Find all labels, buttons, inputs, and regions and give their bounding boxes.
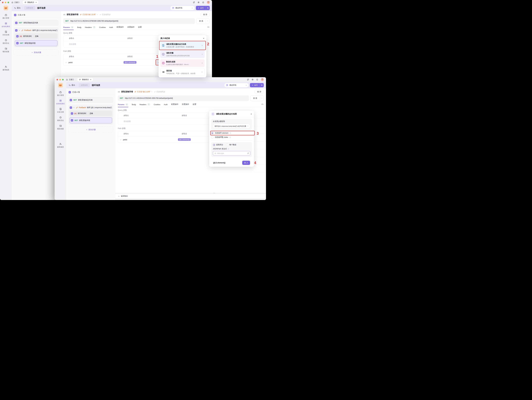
tab-pre-operations[interactable]: 前置操作	[171, 103, 178, 107]
tab-main-window[interactable]: 主窗口	[11, 1, 19, 4]
tab-headers[interactable]: Headers7	[85, 26, 96, 30]
code-view-icon[interactable]	[261, 103, 264, 107]
step-on-error[interactable]: {x} 遇到错误时 忽略	[70, 111, 112, 116]
bell-icon[interactable]	[256, 78, 258, 81]
close-icon[interactable]: ✕	[203, 37, 204, 39]
jsonpath-input[interactable]	[214, 152, 247, 154]
minimize-window-button[interactable]	[5, 2, 6, 3]
radio-extract-part[interactable]	[213, 144, 215, 146]
sidebar-item-request-history[interactable]: 请求历史	[57, 116, 64, 122]
sidebar-item-share-docs[interactable]: 分享文档	[2, 31, 9, 36]
chevron-down-icon[interactable]	[73, 107, 75, 108]
save-button[interactable]: 保 存	[201, 12, 209, 17]
code-view-icon[interactable]	[207, 26, 209, 30]
chevron-down-icon[interactable]	[19, 30, 20, 31]
panel-resize-strip[interactable]: ⋯	[115, 193, 266, 194]
foreach-step-header[interactable]: ForEach 循环 {{$.1.response.body.data[*].i…	[15, 27, 57, 33]
run-options-button[interactable]	[206, 7, 210, 9]
step-checkbox[interactable]	[16, 42, 19, 44]
close-icon[interactable]: ✕	[250, 113, 252, 115]
add-step-button[interactable]: ＋ 添加步骤	[68, 127, 113, 133]
exit-button[interactable]: 退出	[69, 84, 75, 87]
tab-pre-operations[interactable]: 前置操作	[116, 26, 124, 30]
tab-cookies[interactable]: Cookies	[154, 104, 160, 107]
radio-current-index[interactable]	[211, 136, 214, 138]
avatar[interactable]	[207, 1, 210, 4]
tab-pet-store[interactable]: 宠物商店 ✕	[23, 1, 38, 4]
tab-body[interactable]: Body	[132, 104, 136, 107]
step-checkbox[interactable]	[16, 35, 19, 38]
sidebar-item-request-history[interactable]: 请求历史	[2, 39, 9, 44]
radio-whole-data[interactable]	[226, 144, 228, 146]
send-options-button[interactable]	[206, 18, 209, 24]
send-button[interactable]: 发 送	[196, 18, 209, 24]
refresh-icon[interactable]	[247, 78, 249, 81]
sidebar-item-api-management[interactable]: 接口管理	[2, 14, 9, 19]
step-get-pet-detail-selected[interactable]: GET 获取宠物详情	[15, 40, 57, 46]
run-button[interactable]: 运行	[250, 83, 264, 87]
tab-post-operations[interactable]: 后置操作	[182, 103, 189, 107]
save-button[interactable]: 保 存	[255, 89, 264, 94]
zoom-window-button[interactable]	[7, 2, 9, 3]
step-checkbox[interactable]	[70, 106, 72, 109]
param-value-tag[interactable]: {{$.2.element}}	[178, 138, 191, 141]
environment-select[interactable]: 测 测试环境	[171, 6, 195, 10]
sidebar-item-automated-testing[interactable]: 自动化测试	[2, 22, 10, 28]
radio-row-whole-data[interactable]: 整个数据	[226, 144, 236, 146]
run-options-button[interactable]	[260, 84, 264, 86]
step-checkbox[interactable]	[71, 119, 73, 122]
tab-settings[interactable]: 设置	[193, 103, 196, 107]
step-checkbox[interactable]	[15, 22, 18, 24]
tab-body[interactable]: Body	[77, 26, 82, 30]
gear-icon[interactable]	[197, 1, 200, 4]
popup-item-fixed-value[interactable]: 固定值 写死固定值，可进一步数据处理，如加密	[160, 68, 205, 76]
select-all-checkbox[interactable]	[14, 14, 16, 16]
tab-params[interactable]: Params1	[118, 103, 128, 107]
help-icon[interactable]	[229, 136, 231, 138]
step-on-error[interactable]: {x} 遇到错误时 忽略	[15, 33, 57, 39]
tab-auth[interactable]: Auth	[109, 26, 113, 30]
help-icon[interactable]	[228, 148, 229, 150]
drag-handle-icon[interactable]: ⋯	[213, 192, 215, 194]
tab-params[interactable]: Params1	[63, 26, 74, 30]
sidebar-item-invite-members[interactable]: 邀请成员	[57, 143, 64, 148]
close-tab-icon[interactable]: ✕	[90, 79, 91, 81]
step-get-pet-list[interactable]: GET 获取宠物信息列表	[14, 20, 59, 26]
popup-item-read-previous-step[interactable]: 读取前置步骤的运行结果 从前置步骤（如请求/响应）里提取数据 2	[160, 42, 205, 49]
close-window-button[interactable]	[2, 2, 4, 3]
send-button[interactable]: 发 送	[250, 95, 264, 101]
save-all-button[interactable]: 全部保存	[79, 83, 90, 87]
source-select[interactable]: 循环{{$.1.response.body.data[*].id}}中的元素	[213, 124, 250, 129]
sidebar-item-project-settings[interactable]: 项目设置	[57, 125, 64, 130]
tab-post-operations[interactable]: 后置操作	[127, 26, 134, 30]
insert-button[interactable]: 插 入	[242, 161, 250, 165]
url-input[interactable]: GET http://127.0.0.1:4523/m1/3760340-339…	[118, 95, 249, 101]
sidebar-item-api-management[interactable]: 接口管理	[57, 91, 64, 96]
popup-item-data-generator[interactable]: 数据生成器 生成特定规则/随机数据（Mock）	[160, 59, 205, 67]
step-get-pet-list[interactable]: GET 获取宠物信息列表	[68, 97, 113, 103]
add-step-button[interactable]: ＋ 添加步骤	[14, 49, 59, 56]
step-checkbox[interactable]	[15, 29, 18, 31]
help-icon[interactable]	[229, 132, 231, 134]
step-checkbox[interactable]	[70, 99, 72, 101]
radio-row-extract-part[interactable]: 提取部分	[213, 144, 223, 146]
sidebar-item-project-settings[interactable]: 项目设置	[2, 47, 9, 53]
bell-icon[interactable]	[202, 1, 204, 4]
tab-main-window[interactable]: 主窗口	[66, 78, 74, 81]
tab-auth[interactable]: Auth	[164, 104, 168, 107]
external-link-icon[interactable]	[247, 152, 249, 154]
exit-button[interactable]: 退出	[14, 7, 21, 9]
radio-row-current-element[interactable]: 当前循环 element 3	[211, 132, 252, 134]
linked-doc-dropdown[interactable]: 已关联“接口文档”	[80, 13, 98, 16]
send-options-button[interactable]	[260, 95, 263, 101]
zoom-window-button[interactable]	[62, 79, 64, 81]
popup-item-read-variable[interactable]: 读取变量 读取环境变量/全局变量/临时变量	[160, 50, 205, 58]
param-name[interactable]: petId	[123, 139, 127, 141]
gear-icon[interactable]	[251, 78, 254, 81]
tab-pet-store[interactable]: 宠物商店 ✕	[77, 78, 93, 81]
radio-current-element[interactable]	[211, 132, 214, 134]
step-get-pet-detail-selected[interactable]: GET 获取宠物详情	[70, 117, 112, 123]
refresh-icon[interactable]	[193, 1, 195, 4]
back-button[interactable]	[211, 112, 215, 116]
step-checkbox[interactable]	[71, 112, 73, 115]
